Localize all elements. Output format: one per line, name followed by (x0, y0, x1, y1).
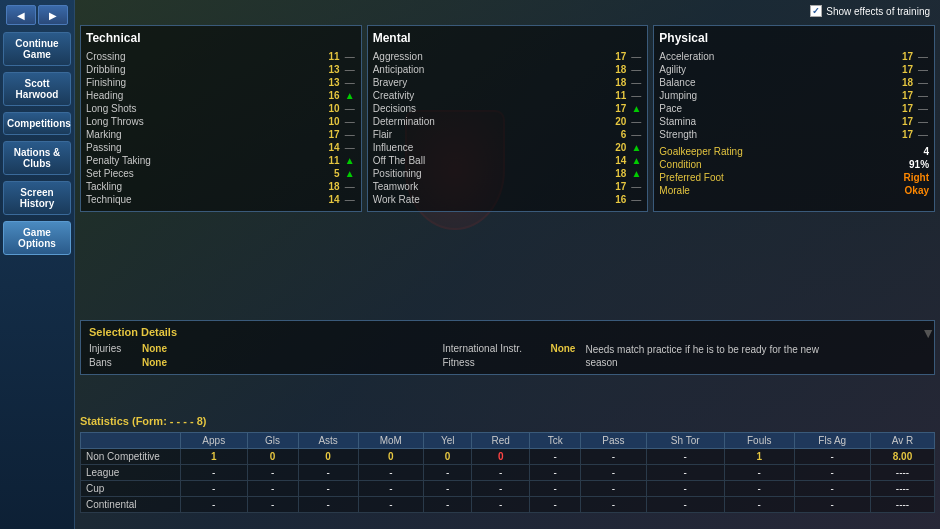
stat-arrow-teamwork: — (630, 181, 642, 192)
stat-name-agility: Agility (659, 64, 889, 75)
training-effects-checkbox[interactable]: ✓ (810, 5, 822, 17)
val-cup-flsag: - (794, 481, 870, 497)
stat-long-shots: Long Shots 10 — (86, 102, 356, 115)
stat-val-agility: 17 (893, 64, 913, 75)
col-header-yel: Yel (424, 433, 472, 449)
stat-name-dribbling: Dribbling (86, 64, 316, 75)
stats-row-non-competitive: Non Competitive 1 0 0 0 0 0 - - - 1 - 8.… (81, 449, 935, 465)
stat-val-finishing: 13 (320, 77, 340, 88)
training-effects-label: Show effects of training (826, 6, 930, 17)
stat-val-acceleration: 17 (893, 51, 913, 62)
stat-arrow-strength: — (917, 129, 929, 140)
stat-arrow-heading: ▲ (344, 90, 356, 101)
stat-val-jumping: 17 (893, 90, 913, 101)
stat-val-long-throws: 10 (320, 116, 340, 127)
stat-positioning: Positioning 18 ▲ (373, 167, 643, 180)
stat-name-pace: Pace (659, 103, 889, 114)
stat-arrow-decisions: ▲ (630, 103, 642, 114)
stat-arrow-off-ball: ▲ (630, 155, 642, 166)
col-header-gls: Gls (247, 433, 298, 449)
stat-penalty-taking: Penalty Taking 11 ▲ (86, 154, 356, 167)
injuries-value: None (142, 343, 167, 354)
game-options-button[interactable]: Game Options (3, 221, 71, 255)
stat-val-condition: 91% (909, 159, 929, 170)
val-lg-asts: - (298, 465, 358, 481)
stat-arrow-determination: — (630, 116, 642, 127)
stat-val-dribbling: 13 (320, 64, 340, 75)
val-con-apps: - (181, 497, 248, 513)
stat-arrow-crossing: — (344, 51, 356, 62)
stat-jumping: Jumping 17 — (659, 89, 929, 102)
stat-name-aggression: Aggression (373, 51, 603, 62)
stat-val-set-pieces: 5 (320, 168, 340, 179)
val-con-pass: - (581, 497, 646, 513)
stat-name-morale: Morale (659, 185, 900, 196)
stat-val-marking: 17 (320, 129, 340, 140)
val-con-shtor: - (646, 497, 724, 513)
stat-val-off-ball: 14 (606, 155, 626, 166)
stat-val-pace: 17 (893, 103, 913, 114)
row-label-league: League (81, 465, 181, 481)
stat-name-off-ball: Off The Ball (373, 155, 603, 166)
stat-val-balance: 18 (893, 77, 913, 88)
stat-name-long-shots: Long Shots (86, 103, 316, 114)
selection-details-panel: Selection Details Injuries None Bans Non… (80, 320, 935, 375)
screen-history-button[interactable]: Screen History (3, 181, 71, 215)
stat-name-jumping: Jumping (659, 90, 889, 101)
val-cup-avr: ---- (870, 481, 934, 497)
val-nc-pass: - (581, 449, 646, 465)
mental-panel: Mental Aggression 17 — Anticipation 18 —… (367, 25, 649, 212)
stat-arrow-finishing: — (344, 77, 356, 88)
stat-val-goalkeeper-rating: 4 (909, 146, 929, 157)
stats-row-league: League - - - - - - - - - - - ---- (81, 465, 935, 481)
stat-name-anticipation: Anticipation (373, 64, 603, 75)
col-header-tck: Tck (530, 433, 581, 449)
val-nc-mom: 0 (358, 449, 423, 465)
val-lg-mom: - (358, 465, 423, 481)
nations-clubs-button[interactable]: Nations & Clubs (3, 141, 71, 175)
stat-heading: Heading 16 ▲ (86, 89, 356, 102)
val-con-asts: - (298, 497, 358, 513)
training-effects-toggle[interactable]: ✓ Show effects of training (810, 5, 930, 17)
stat-val-strength: 17 (893, 129, 913, 140)
val-nc-asts: 0 (298, 449, 358, 465)
col-header-flsag: Fls Ag (794, 433, 870, 449)
stat-preferred-foot: Preferred Foot Right (659, 171, 929, 184)
statistics-section: Statistics (Form: - - - - 8) Apps Gls As… (80, 415, 935, 513)
val-lg-red: - (472, 465, 530, 481)
val-cup-asts: - (298, 481, 358, 497)
val-cup-yel: - (424, 481, 472, 497)
nav-forward-button[interactable]: ▶ (38, 5, 68, 25)
stat-name-heading: Heading (86, 90, 316, 101)
stat-crossing: Crossing 11 — (86, 50, 356, 63)
val-con-avr: ---- (870, 497, 934, 513)
stat-work-rate: Work Rate 16 — (373, 193, 643, 206)
stat-val-long-shots: 10 (320, 103, 340, 114)
stat-val-decisions: 17 (606, 103, 626, 114)
stat-name-passing: Passing (86, 142, 316, 153)
stats-row-cup: Cup - - - - - - - - - - - ---- (81, 481, 935, 497)
val-lg-tck: - (530, 465, 581, 481)
stat-name-finishing: Finishing (86, 77, 316, 88)
nav-back-button[interactable]: ◀ (6, 5, 36, 25)
competitions-button[interactable]: Competitions (3, 112, 71, 135)
stat-arrow-flair: — (630, 129, 642, 140)
stat-arrow-bravery: — (630, 77, 642, 88)
player-name-button[interactable]: Scott Harwood (3, 72, 71, 106)
stat-name-crossing: Crossing (86, 51, 316, 62)
continue-game-button[interactable]: Continue Game (3, 32, 71, 66)
stat-name-set-pieces: Set Pieces (86, 168, 316, 179)
stat-off-ball: Off The Ball 14 ▲ (373, 154, 643, 167)
detail-row-bans: Bans None (89, 357, 167, 368)
selection-details-title: Selection Details (89, 326, 926, 338)
stat-val-creativity: 11 (606, 90, 626, 101)
row-label-non-competitive: Non Competitive (81, 449, 181, 465)
bans-label: Bans (89, 357, 134, 368)
val-lg-fouls: - (724, 465, 794, 481)
physical-title: Physical (659, 31, 929, 45)
stat-val-passing: 14 (320, 142, 340, 153)
val-con-mom: - (358, 497, 423, 513)
val-nc-yel: 0 (424, 449, 472, 465)
stat-name-positioning: Positioning (373, 168, 603, 179)
stat-arrow-influence: ▲ (630, 142, 642, 153)
